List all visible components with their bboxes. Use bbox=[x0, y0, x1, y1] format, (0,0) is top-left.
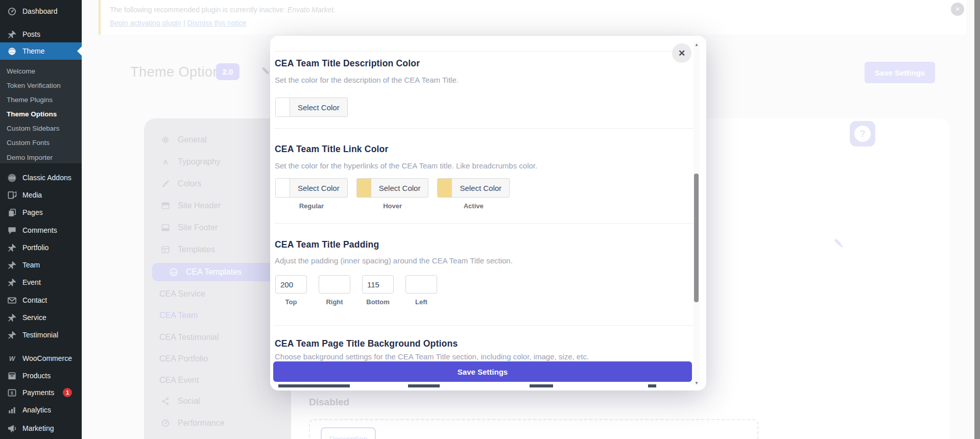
svg-text:W: W bbox=[9, 355, 16, 362]
submenu-item-demo-importer[interactable]: Demo Importer bbox=[0, 151, 82, 165]
woocommerce-icon: W bbox=[7, 354, 17, 363]
modal-header-divider bbox=[274, 51, 672, 52]
pushpin-icon bbox=[7, 260, 17, 270]
sidebar-item-label: Media bbox=[22, 191, 42, 199]
color-state-caption: Hover bbox=[383, 202, 402, 210]
select-color-button-regular[interactable]: Select Color bbox=[275, 178, 348, 198]
color-swatch bbox=[357, 179, 371, 197]
color-state-caption: Active bbox=[464, 202, 484, 210]
scroll-up-arrow[interactable]: ▲ bbox=[694, 42, 700, 47]
clipped-content-fragment bbox=[408, 384, 440, 387]
clipped-content-fragment bbox=[530, 384, 553, 387]
sidebar-item-label: Service bbox=[22, 313, 46, 322]
sidebar-item-woocommerce[interactable]: W WooCommerce bbox=[0, 350, 82, 367]
section-divider bbox=[274, 325, 694, 326]
sidebar-item-label: Pages bbox=[22, 208, 43, 216]
section-description: Adjust the padding (inner spacing) aroun… bbox=[275, 256, 513, 265]
select-color-label: Select Color bbox=[452, 179, 509, 197]
padding-top-input[interactable] bbox=[275, 275, 307, 294]
submenu-item-custom-fonts[interactable]: Custom Fonts bbox=[0, 136, 82, 150]
pushpin-icon bbox=[7, 243, 17, 253]
sidebar-item-pages[interactable]: Pages bbox=[0, 204, 82, 221]
select-color-button-hover[interactable]: Select Color bbox=[356, 178, 429, 198]
envelope-icon bbox=[7, 296, 17, 305]
classic-addons-icon: cEA bbox=[7, 173, 17, 183]
save-settings-button[interactable]: Save Settings bbox=[273, 361, 692, 382]
section-divider bbox=[274, 128, 694, 129]
padding-side-caption: Right bbox=[326, 298, 343, 306]
sidebar-item-label: Posts bbox=[22, 30, 40, 38]
sidebar-item-label: Contact bbox=[22, 296, 47, 304]
payments-icon: $ bbox=[7, 388, 17, 398]
sidebar-item-analytics[interactable]: Analytics bbox=[0, 401, 82, 419]
comment-icon bbox=[7, 226, 17, 235]
section-title: CEA Team Title Description Color bbox=[275, 58, 420, 69]
sidebar-item-products[interactable]: Products bbox=[0, 367, 82, 384]
sidebar-item-label: Event bbox=[22, 278, 41, 286]
sidebar-item-label: Analytics bbox=[22, 406, 51, 414]
sidebar-item-label: Theme bbox=[22, 47, 45, 55]
section-divider bbox=[274, 223, 694, 224]
padding-left-input[interactable] bbox=[405, 275, 437, 294]
submenu-item-custom-sidebars[interactable]: Custom Sidebars bbox=[0, 121, 82, 136]
sidebar-item-theme[interactable]: Theme bbox=[0, 42, 82, 60]
close-icon: ✕ bbox=[678, 48, 685, 59]
select-color-label: Select Color bbox=[371, 179, 428, 197]
sidebar-item-event[interactable]: Event bbox=[0, 274, 82, 291]
active-menu-wedge bbox=[77, 46, 82, 56]
submenu-item-theme-options[interactable]: Theme Options bbox=[0, 107, 82, 121]
sidebar-item-label: Products bbox=[22, 372, 51, 380]
sidebar-item-comments[interactable]: Comments bbox=[0, 222, 82, 239]
scroll-down-arrow[interactable]: ▼ bbox=[694, 381, 700, 385]
padding-right-input[interactable] bbox=[319, 275, 350, 294]
sidebar-item-service[interactable]: Service bbox=[0, 309, 82, 326]
modal-close-button[interactable]: ✕ bbox=[672, 43, 691, 63]
sidebar-item-team[interactable]: Team bbox=[0, 256, 82, 274]
section-description: Choose background settings for the CEA T… bbox=[275, 352, 589, 361]
select-color-button-active[interactable]: Select Color bbox=[437, 178, 510, 198]
sidebar-item-portfolio[interactable]: Portfolio bbox=[0, 239, 82, 256]
clipped-content-fragment bbox=[648, 384, 656, 387]
media-icon bbox=[7, 190, 17, 200]
pushpin-icon bbox=[7, 330, 17, 340]
pages-icon bbox=[7, 208, 17, 217]
sidebar-item-classic-addons[interactable]: cEA Classic Addons bbox=[0, 169, 82, 186]
pushpin-icon bbox=[7, 278, 17, 287]
padding-side-caption: Left bbox=[415, 298, 427, 306]
pushpin-icon bbox=[7, 30, 17, 39]
section-title: CEA Team Title Link Color bbox=[275, 144, 389, 155]
pushpin-icon bbox=[7, 313, 17, 323]
sidebar-item-label: WooCommerce bbox=[22, 354, 72, 362]
theme-ball-icon bbox=[7, 46, 17, 56]
sidebar-item-posts[interactable]: Posts bbox=[0, 26, 82, 43]
sidebar-item-contact[interactable]: Contact bbox=[0, 291, 82, 309]
payments-count-badge: 1 bbox=[63, 388, 72, 397]
padding-side-caption: Top bbox=[285, 298, 297, 306]
browser-scrollbar[interactable] bbox=[974, 0, 980, 439]
megaphone-icon bbox=[7, 424, 17, 433]
scrollbar-thumb[interactable] bbox=[694, 174, 699, 302]
submenu-item-theme-plugins[interactable]: Theme Plugins bbox=[0, 93, 82, 107]
sidebar-item-marketing[interactable]: Marketing bbox=[0, 420, 82, 437]
submenu-item-token-verification[interactable]: Token Verification bbox=[0, 79, 82, 93]
section-title: CEA Team Page Title Background Options bbox=[275, 338, 458, 349]
modal-scrollbar[interactable]: ▲ ▼ bbox=[694, 42, 700, 386]
sidebar-item-label: Portfolio bbox=[22, 243, 49, 252]
padding-bottom-input[interactable] bbox=[362, 275, 394, 294]
color-state-caption: Regular bbox=[299, 202, 324, 210]
select-color-label: Select Color bbox=[290, 98, 347, 116]
sidebar-item-payments[interactable]: $ Payments 1 bbox=[0, 384, 82, 401]
dashboard-icon bbox=[7, 7, 17, 16]
analytics-icon bbox=[7, 405, 17, 415]
svg-text:cEA: cEA bbox=[9, 176, 15, 180]
sidebar-item-label: Testimonial bbox=[22, 331, 58, 339]
wp-admin-sidebar: Dashboard Posts Theme Welcome Token Veri… bbox=[0, 0, 82, 439]
select-color-button[interactable]: Select Color bbox=[275, 97, 348, 117]
submenu-item-welcome[interactable]: Welcome bbox=[0, 64, 82, 79]
padding-side-caption: Bottom bbox=[366, 298, 390, 306]
cea-team-settings-modal: ✕ CEA Team Title Description Color Set t… bbox=[270, 36, 706, 391]
sidebar-item-media[interactable]: Media bbox=[0, 186, 82, 204]
color-swatch bbox=[438, 179, 452, 197]
sidebar-item-dashboard[interactable]: Dashboard bbox=[0, 3, 82, 20]
sidebar-item-testimonial[interactable]: Testimonial bbox=[0, 326, 82, 344]
